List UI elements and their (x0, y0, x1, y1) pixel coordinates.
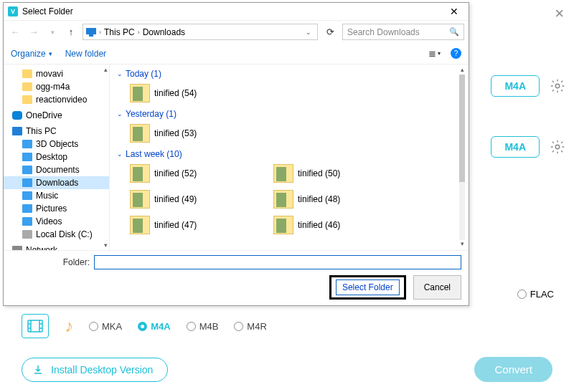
radio-m4a[interactable]: M4A (138, 321, 170, 332)
tree-item-videos[interactable]: Videos (4, 215, 109, 228)
radio-m4b[interactable]: M4B (187, 321, 219, 332)
folder-item[interactable]: tinified (53) (113, 120, 256, 146)
tree-item-desktop[interactable]: Desktop (4, 150, 109, 163)
music-format-icon[interactable]: ♪ (65, 316, 73, 336)
svg-rect-9 (86, 28, 96, 34)
organize-menu[interactable]: Organize ▾ (11, 49, 52, 59)
group-header[interactable]: ⌄Yesterday (1) (113, 106, 466, 120)
new-folder-button[interactable]: New folder (65, 49, 106, 59)
folder-item[interactable]: tinified (46) (256, 212, 400, 238)
svg-point-0 (555, 84, 560, 88)
tree-item-label: Local Disk (C:) (36, 229, 93, 239)
search-input[interactable]: Search Downloads 🔍 (342, 24, 464, 40)
svg-rect-2 (28, 320, 42, 332)
tree-item-label: 3D Objects (36, 139, 78, 149)
folder-item-label: tinified (52) (154, 168, 197, 178)
search-icon: 🔍 (449, 27, 459, 37)
radio-mka[interactable]: MKA (89, 321, 122, 332)
net-icon (12, 246, 22, 250)
select-folder-button[interactable]: Select Folder (336, 279, 400, 295)
folder-item[interactable]: tinified (52) (113, 161, 256, 186)
tree-item-this-pc[interactable]: This PC (4, 125, 109, 138)
blue-icon (22, 191, 32, 200)
breadcrumb-thispc[interactable]: This PC (104, 27, 135, 37)
view-options-button[interactable]: ≣▾ (428, 48, 441, 59)
nav-recent-dropdown[interactable]: ▾ (45, 25, 60, 39)
svg-point-1 (555, 145, 560, 149)
breadcrumb-downloads[interactable]: Downloads (143, 27, 185, 37)
blue-icon (22, 217, 32, 226)
radio-m4r[interactable]: M4R (234, 321, 266, 332)
folder-item-label: tinified (48) (298, 194, 340, 204)
content-scrollbar[interactable]: ▴ ▾ (457, 66, 467, 249)
help-icon[interactable]: ? (451, 48, 461, 59)
refresh-button[interactable]: ⟳ (322, 24, 338, 40)
folder-icon (130, 190, 150, 209)
dialog-close-button[interactable]: ✕ (444, 6, 464, 17)
tree-item-label: ogg-m4a (36, 82, 70, 92)
folder-item[interactable]: tinified (47) (113, 212, 256, 238)
folder-item[interactable]: tinified (54) (113, 80, 256, 106)
folder-content: ▴ ▾ ⌄Today (1)tinified (54)⌄Yesterday (1… (110, 64, 469, 250)
tree-item-label: Music (36, 191, 58, 201)
folder-icon (273, 216, 293, 234)
chevron-down-icon: ⌄ (117, 110, 123, 118)
tree-scroll-down[interactable]: ▾ (104, 242, 108, 249)
tree-item-music[interactable]: Music (4, 189, 109, 202)
nav-back-button[interactable]: ← (8, 25, 22, 39)
tree-item-label: Desktop (36, 152, 67, 162)
tree-item-local-disk-c-[interactable]: Local Disk (C:) (4, 228, 109, 241)
video-format-icon[interactable] (22, 314, 49, 338)
app-close-button[interactable]: × (555, 4, 564, 23)
app-logo-icon: V (8, 6, 18, 16)
tree-item-documents[interactable]: Documents (4, 163, 109, 176)
select-folder-highlight: Select Folder (329, 275, 406, 300)
blue-icon (22, 204, 32, 213)
tree-item-onedrive[interactable]: OneDrive (4, 109, 109, 122)
group-header[interactable]: ⌄Last week (10) (113, 146, 466, 161)
folder-icon (130, 164, 150, 183)
gear-icon[interactable] (550, 139, 565, 155)
onedrive-icon (12, 111, 22, 120)
convert-button[interactable]: Convert (474, 357, 552, 382)
breadcrumb[interactable]: › This PC › Downloads ⌄ (83, 24, 318, 40)
cancel-button[interactable]: Cancel (413, 275, 461, 300)
tree-item-reactionvideo[interactable]: reactionvideo (4, 93, 109, 106)
tree-item-label: Downloads (36, 178, 78, 188)
breadcrumb-dropdown[interactable]: ⌄ (303, 29, 314, 36)
tree-item-3d-objects[interactable]: 3D Objects (4, 138, 109, 150)
radio-flac[interactable]: FLAC (517, 289, 554, 300)
folder-name-input[interactable] (94, 255, 461, 269)
thispc-icon (86, 28, 96, 37)
format-button-m4a-2[interactable]: M4A (491, 136, 540, 158)
folder-item-label: tinified (49) (154, 194, 197, 204)
tree-item-label: movavi (36, 69, 63, 79)
folder-icon (273, 190, 293, 209)
select-folder-dialog: V Select Folder ✕ ← → ▾ ↑ › This PC › Do… (3, 2, 469, 306)
scroll-up-arrow[interactable]: ▴ (457, 66, 467, 75)
gear-icon[interactable] (550, 78, 565, 94)
tree-item-movavi[interactable]: movavi (4, 67, 109, 80)
group-header[interactable]: ⌄Today (1) (113, 66, 466, 80)
folder-item-label: tinified (54) (154, 88, 197, 98)
tree-item-ogg-m4a[interactable]: ogg-m4a (4, 80, 109, 93)
tree-item-network[interactable]: Network (4, 244, 109, 250)
tree-item-downloads[interactable]: Downloads (4, 176, 109, 189)
install-desktop-button[interactable]: Install Desktop Version (22, 358, 168, 382)
folder-icon (130, 84, 150, 102)
thispc-icon (12, 127, 22, 135)
folder-item[interactable]: tinified (49) (113, 186, 256, 212)
chevron-down-icon: ⌄ (117, 150, 123, 158)
tree-scroll-up[interactable]: ▴ (104, 66, 108, 73)
dialog-title: Select Folder (22, 6, 73, 16)
tree-item-label: Documents (36, 165, 80, 175)
folder-item[interactable]: tinified (50) (256, 161, 400, 186)
format-button-m4a-1[interactable]: M4A (491, 75, 540, 97)
tree-item-pictures[interactable]: Pictures (4, 202, 109, 215)
scroll-down-arrow[interactable]: ▾ (457, 240, 467, 249)
folder-icon (22, 82, 32, 91)
nav-up-button[interactable]: ↑ (64, 25, 78, 39)
folder-item-label: tinified (50) (298, 168, 340, 178)
nav-forward-button[interactable]: → (27, 25, 41, 39)
folder-item[interactable]: tinified (48) (256, 186, 400, 212)
